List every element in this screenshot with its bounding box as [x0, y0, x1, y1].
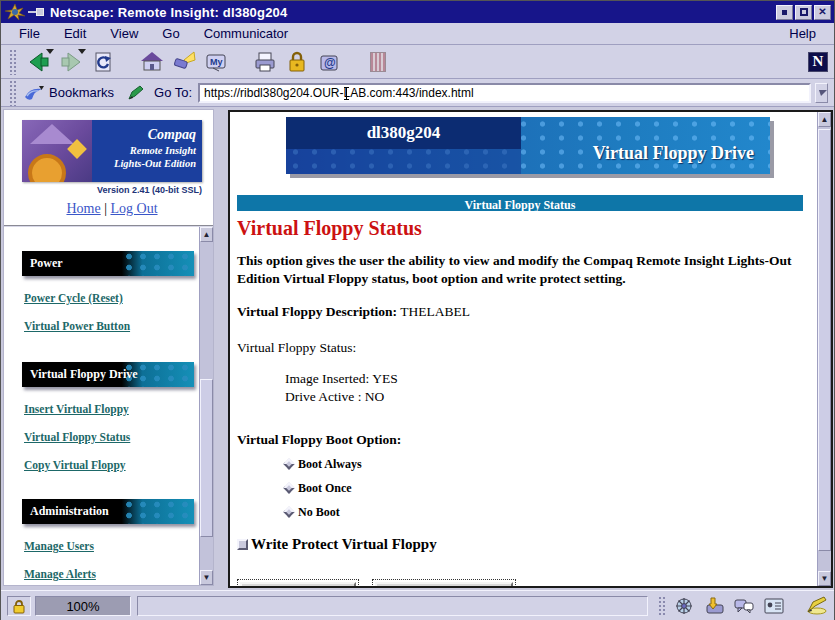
navigator-component-button[interactable] [672, 595, 696, 617]
sidebar-scrollbar[interactable]: ▲ ▼ [199, 227, 213, 585]
radio-boot-once[interactable]: Boot Once [285, 481, 817, 496]
content-area: Compaq Remote Insight Lights-Out Edition… [1, 107, 834, 590]
home-link[interactable]: Home [66, 201, 100, 216]
bookmarks-label: Bookmarks [49, 85, 114, 100]
menu-help[interactable]: Help [777, 24, 828, 43]
component-bar-grip[interactable] [658, 596, 666, 616]
sidebar-link-power-cycle[interactable]: Power Cycle (Reset) [24, 292, 193, 304]
stop-icon [370, 52, 386, 72]
close-button[interactable]: ✕ [814, 5, 831, 20]
sidebar-scroll-thumb[interactable] [200, 379, 213, 537]
main-document: dl380g204 Virtual Floppy Drive Virtual F… [230, 112, 817, 586]
scroll-down-icon[interactable]: ▼ [200, 570, 213, 585]
security-indicator[interactable] [7, 596, 31, 616]
security-button[interactable] [282, 48, 312, 76]
version-label: Version 2.41 (40-bit SSL) [22, 185, 202, 195]
brand-line1: Compaq [92, 126, 196, 144]
sidebar-nav: Power Power Cycle (Reset) Virtual Power … [4, 225, 213, 585]
progress-indicator: 100% [35, 596, 131, 616]
eject-virtual-floppy-button[interactable]: Eject Virtual Floppy [375, 582, 513, 586]
scroll-down-icon[interactable]: ▼ [818, 571, 831, 586]
menu-communicator[interactable]: Communicator [192, 24, 301, 43]
logout-link[interactable]: Log Out [110, 201, 157, 216]
home-icon [140, 50, 164, 74]
toolbar-grip[interactable] [9, 49, 17, 75]
menu-file[interactable]: File [7, 24, 52, 43]
title-bar: Netscape: Remote Insight: dl380g204 ✕ [1, 1, 834, 23]
back-dropdown-icon [46, 49, 54, 54]
reload-button[interactable] [88, 48, 118, 76]
sidebar-link-copy-virtual-floppy[interactable]: Copy Virtual Floppy [24, 459, 193, 471]
radio-icon [283, 506, 294, 517]
page-description: This option gives the user the ability t… [237, 252, 797, 288]
checkbox-icon [237, 539, 248, 550]
navigator-icon [674, 596, 694, 616]
section-header-power: Power [22, 251, 194, 276]
home-button[interactable] [137, 48, 167, 76]
radio-icon [283, 458, 294, 469]
radio-icon [283, 482, 294, 493]
address-book-component-button[interactable] [762, 595, 786, 617]
main-frame: dl380g204 Virtual Floppy Drive Virtual F… [228, 110, 833, 588]
navigation-toolbar: My @ N [1, 45, 834, 79]
banner-server-name: dl380g204 [367, 123, 441, 143]
sidebar-link-manage-users[interactable]: Manage Users [24, 540, 193, 552]
page-proxy-pen-icon[interactable] [126, 84, 144, 102]
section-title: Virtual Floppy Status [465, 198, 576, 212]
composer-component-button[interactable] [804, 595, 828, 617]
menu-view[interactable]: View [98, 24, 150, 43]
status-message-field [137, 596, 648, 616]
status-lock-icon [12, 599, 26, 614]
page-heading: Virtual Floppy Status [237, 217, 817, 240]
svg-text:@: @ [324, 56, 336, 70]
sidebar-link-virtual-power-button[interactable]: Virtual Power Button [24, 320, 193, 332]
submit-changes-button[interactable]: Submit Changes [240, 582, 356, 586]
compaq-logo-art-icon [22, 120, 92, 182]
main-scroll-thumb[interactable] [818, 129, 831, 551]
url-history-dropdown[interactable] [815, 83, 828, 103]
reload-icon [91, 50, 115, 74]
mailbox-component-button[interactable] [702, 595, 726, 617]
my-netscape-button[interactable]: My [201, 48, 231, 76]
shop-icon: @ [317, 50, 341, 74]
minimize-button[interactable] [776, 5, 793, 20]
svg-text:My: My [210, 57, 223, 67]
forward-button[interactable] [56, 48, 86, 76]
sidebar-header: Compaq Remote Insight Lights-Out Edition… [4, 110, 213, 225]
forward-dropdown-icon [78, 49, 86, 54]
menu-bar: File Edit View Go Communicator Help [1, 23, 834, 45]
menu-go[interactable]: Go [150, 24, 191, 43]
window-title: Netscape: Remote Insight: dl380g204 [50, 5, 287, 20]
bookmarks-button[interactable]: Bookmarks [23, 84, 120, 102]
location-grip[interactable] [9, 80, 17, 106]
window-pin-icon [28, 6, 44, 18]
sidebar-link-virtual-floppy-status[interactable]: Virtual Floppy Status [24, 431, 193, 443]
floppy-description-label: Virtual Floppy Description: [237, 304, 397, 319]
menu-edit[interactable]: Edit [52, 24, 98, 43]
window-menu-icon[interactable] [4, 3, 26, 21]
scroll-up-icon[interactable]: ▲ [818, 112, 831, 127]
shop-button[interactable]: @ [314, 48, 344, 76]
brand-line3: Lights-Out Edition [92, 157, 196, 170]
scroll-up-icon[interactable]: ▲ [200, 227, 213, 242]
compaq-logo: Compaq Remote Insight Lights-Out Edition [22, 120, 202, 182]
radio-no-boot[interactable]: No Boot [285, 505, 817, 520]
url-input[interactable]: https://ribdl380g204.OUR-LAB.com:443/ind… [198, 83, 811, 103]
maximize-button[interactable] [795, 5, 812, 20]
main-scrollbar[interactable]: ▲ ▼ [817, 112, 831, 586]
discussions-component-button[interactable] [732, 595, 756, 617]
section-header-virtual-floppy: Virtual Floppy Drive [22, 362, 194, 387]
write-protect-checkbox[interactable]: Write Protect Virtual Floppy [237, 536, 817, 553]
print-button[interactable] [250, 48, 280, 76]
netscape-logo[interactable]: N [808, 52, 828, 72]
sidebar-link-insert-virtual-floppy[interactable]: Insert Virtual Floppy [24, 403, 193, 415]
link-divider: | [104, 201, 107, 216]
sidebar-link-manage-alerts[interactable]: Manage Alerts [24, 568, 193, 580]
print-icon [253, 50, 277, 74]
stop-button[interactable] [363, 48, 393, 76]
back-button[interactable] [24, 48, 54, 76]
page-banner: dl380g204 Virtual Floppy Drive [286, 117, 770, 174]
radio-boot-always[interactable]: Boot Always [285, 457, 817, 472]
security-lock-icon [285, 50, 309, 74]
search-button[interactable] [169, 48, 199, 76]
